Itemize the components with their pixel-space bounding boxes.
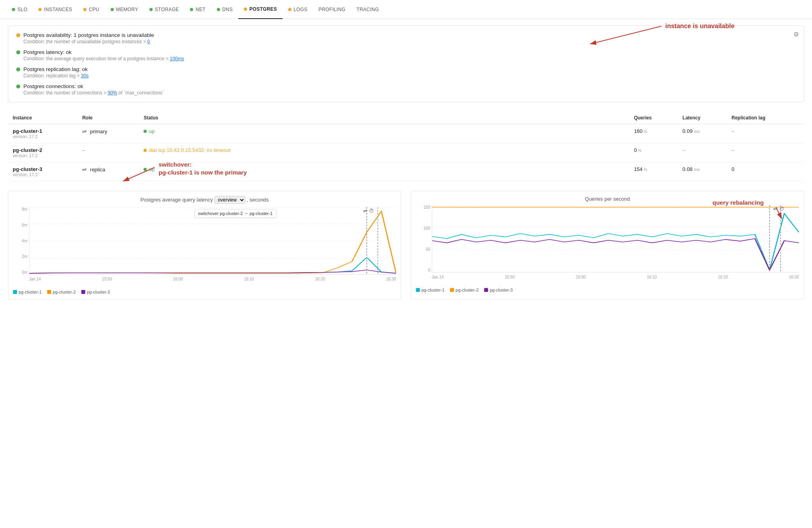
queries-chart: Queries per second 150 100 50 0 xyxy=(411,191,804,300)
alert-dot-availability xyxy=(16,33,20,37)
cell-queries-2: 0 /s xyxy=(629,143,678,162)
alert-dot-connections xyxy=(16,84,20,88)
event-icons-queries: ⇌ ⏱ xyxy=(773,206,784,212)
table-row: pg-cluster-2 version: 17.2 – dial tcp 10… xyxy=(8,143,804,162)
cell-replication-3: 0 xyxy=(727,162,804,181)
tab-tracing-label: TRACING xyxy=(356,7,379,12)
tab-memory-label: MEMORY xyxy=(116,7,138,12)
tab-cpu-label: CPU xyxy=(89,7,99,12)
instances-dot xyxy=(38,8,42,11)
cell-role-3: ⇌ replica xyxy=(77,162,139,181)
nav-tabs: SLO INSTANCES CPU MEMORY STORAGE NET DNS… xyxy=(0,0,812,19)
tab-net[interactable]: NET xyxy=(184,0,211,19)
grid-line xyxy=(29,224,396,224)
cell-status-3: up xyxy=(139,162,310,181)
alert-replication-title: Postgres replication lag: ok xyxy=(23,66,88,72)
cell-status-1: up xyxy=(139,124,310,143)
legend-q-cluster-1: pg-cluster-1 xyxy=(416,288,444,292)
cell-replication-1: – xyxy=(727,124,804,143)
legend-dot-1 xyxy=(13,290,17,294)
tab-logs-label: LOGS xyxy=(294,7,308,12)
cell-replication-2: – xyxy=(727,143,804,162)
main-content: ⚙ Postgres availability: 1 postgres inst… xyxy=(0,19,812,306)
latency-chart-title: Postgres average query latency overview … xyxy=(13,196,396,204)
grid-line xyxy=(432,227,799,228)
tab-slo[interactable]: SLO xyxy=(6,0,33,19)
tab-logs[interactable]: LOGS xyxy=(283,0,313,19)
postgres-dot xyxy=(244,8,247,11)
queries-chart-svg xyxy=(432,205,799,272)
legend-dot-3 xyxy=(81,290,85,294)
charts-section: Postgres average query latency overview … xyxy=(8,191,804,300)
alert-dot-latency xyxy=(16,50,20,54)
tab-postgres-label: POSTGRES xyxy=(249,6,277,12)
dns-dot xyxy=(217,8,220,11)
alert-availability-condition: Condition: the number of unavailable pos… xyxy=(23,39,154,44)
table-row: pg-cluster-1 version: 17.2 ⇌ primary up xyxy=(8,124,804,143)
status-dot-2 xyxy=(144,149,147,152)
latency-legend: pg-cluster-1 pg-cluster-2 pg-cluster-3 xyxy=(13,290,396,294)
alert-replication: Postgres replication lag: ok Condition: … xyxy=(16,66,796,79)
tab-profiling-label: PROFILING xyxy=(318,7,345,12)
cell-queries-1: 160 /s xyxy=(629,124,678,143)
grid-line xyxy=(432,272,799,273)
alert-connections-condition: Condition: the number of connections > 9… xyxy=(23,90,164,96)
legend-q-dot-2 xyxy=(450,288,454,292)
grid-line xyxy=(29,274,396,275)
grid-line xyxy=(29,257,396,258)
settings-button[interactable]: ⚙ xyxy=(793,31,799,38)
latency-chart-selector[interactable]: overview xyxy=(214,196,245,204)
col-spacer xyxy=(311,112,629,124)
cell-instance-2: pg-cluster-2 version: 17.2 xyxy=(8,143,77,162)
tab-dns[interactable]: DNS xyxy=(211,0,238,19)
grid-line xyxy=(29,207,396,207)
alert-availability-link[interactable]: 0 xyxy=(147,39,150,44)
tab-postgres[interactable]: POSTGRES xyxy=(238,0,283,19)
legend-cluster-3: pg-cluster-3 xyxy=(81,290,110,294)
cell-role-1: ⇌ primary xyxy=(77,124,139,143)
tab-memory[interactable]: MEMORY xyxy=(105,0,144,19)
grid-line xyxy=(29,241,396,241)
col-role: Role xyxy=(77,112,139,124)
cell-instance-3: pg-cluster-3 version: 17.2 xyxy=(8,162,77,181)
tab-storage[interactable]: STORAGE xyxy=(144,0,185,19)
queries-xaxis: Jan 14 15:50 16:00 16:10 16:20 16:30 xyxy=(432,273,799,284)
latency-xaxis: Jan 14 15:50 16:00 16:10 16:20 16:30 xyxy=(29,275,396,286)
alert-latency-condition: Condition: the average query execution t… xyxy=(23,56,184,61)
legend-cluster-2: pg-cluster-2 xyxy=(47,290,76,294)
latency-yaxis: 8m 6m 4m 2m 0m xyxy=(13,207,29,275)
col-queries: Queries xyxy=(629,112,678,124)
latency-chart: Postgres average query latency overview … xyxy=(8,191,401,300)
col-replication-lag: Replication lag xyxy=(727,112,804,124)
tab-cpu[interactable]: CPU xyxy=(78,0,105,19)
cell-latency-2: – xyxy=(678,143,727,162)
queries-chart-title: Queries per second xyxy=(416,196,799,202)
net-dot xyxy=(190,8,193,11)
grid-line xyxy=(432,205,799,205)
logs-dot xyxy=(288,8,291,11)
cell-latency-1: 0.09 ms xyxy=(678,124,727,143)
alert-latency-link[interactable]: 100ms xyxy=(170,56,184,61)
alert-dot-replication xyxy=(16,67,20,71)
cell-status-2: dial tcp 10.42.0.15:5432: i/o timeout xyxy=(139,143,310,162)
tab-tracing[interactable]: TRACING xyxy=(351,0,385,19)
alerts-box: ⚙ Postgres availability: 1 postgres inst… xyxy=(8,25,804,102)
alert-replication-condition: Condition: replication lag > 30s xyxy=(23,73,88,79)
alert-connections-link[interactable]: 90% xyxy=(107,90,117,96)
grid-line xyxy=(432,250,799,250)
tab-instances[interactable]: INSTANCES xyxy=(33,0,78,19)
latency-chart-area: switchover pg-cluster-2 → pg-cluster-1 ⇌… xyxy=(29,207,396,275)
primary-icon: ⇌ xyxy=(82,128,87,134)
tab-dns-label: DNS xyxy=(222,7,233,12)
legend-q-cluster-2: pg-cluster-2 xyxy=(450,288,479,292)
queries-legend: pg-cluster-1 pg-cluster-2 pg-cluster-3 xyxy=(416,288,799,292)
instances-table: Instance Role Status Queries Latency Rep… xyxy=(8,112,804,181)
alert-latency: Postgres latency: ok Condition: the aver… xyxy=(16,49,796,61)
tab-profiling[interactable]: PROFILING xyxy=(313,0,351,19)
legend-dot-2 xyxy=(47,290,51,294)
alert-replication-link[interactable]: 30s xyxy=(81,73,88,79)
legend-q-dot-3 xyxy=(484,288,488,292)
tab-instances-label: INSTANCES xyxy=(44,7,72,12)
instances-section: Instance Role Status Queries Latency Rep… xyxy=(8,112,804,181)
cell-latency-3: 0.08 ms xyxy=(678,162,727,181)
